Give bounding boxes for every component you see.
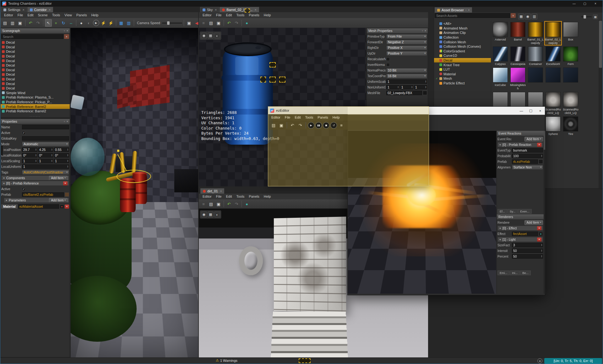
ghost-titlebar[interactable]: ez ezEditor [268, 107, 429, 114]
add-parameter-button[interactable]: Add Item [49, 198, 68, 203]
effect-asset-field[interactable]: fectAsset [512, 232, 538, 236]
scenegraph-item[interactable]: Decal [1, 86, 70, 91]
collapse-icon[interactable] [5, 199, 8, 201]
collapse-icon[interactable] [499, 227, 501, 229]
asset-type-filter[interactable]: Animated Mesh [434, 26, 491, 31]
dock-anchor-center[interactable] [269, 77, 276, 83]
event-reactions-header[interactable]: Event Reactions [497, 131, 544, 136]
transform-asset-button[interactable]: ● [243, 200, 250, 208]
asset-grid-scrollbar[interactable] [599, 20, 602, 188]
render-wireframe-button[interactable]: ◐ [85, 19, 92, 27]
effect-asset-button[interactable] [539, 232, 543, 236]
dock-anchor-top[interactable] [269, 62, 276, 67]
asset-browser-tab[interactable]: Asset Browser [435, 7, 472, 13]
probability-spinner[interactable]: 100 [512, 154, 543, 158]
prefab-asset-field[interactable]: cts/Barrel2.ezPrefab [22, 192, 64, 197]
scenegraph-item[interactable]: Decal [1, 49, 70, 54]
document-tab[interactable]: Settings [1, 7, 27, 12]
asset-item[interactable]: ScannedRock03_LQ [562, 91, 579, 115]
remove-reaction-button[interactable] [537, 143, 541, 147]
dragged-window-ghost[interactable]: ez ezEditor EditorFileEditToolsPanelsHel… [268, 106, 429, 186]
asset-type-filter[interactable]: Collection [434, 35, 491, 40]
effect-renderer-header[interactable]: [0] - Effect [497, 226, 543, 231]
minimize-button[interactable]: — [569, 0, 579, 7]
dock-tab[interactable]: Ef... [497, 209, 507, 214]
asset-type-filter[interactable]: LUT [434, 67, 491, 72]
mode-dropdown[interactable]: Automatic [22, 142, 69, 147]
menu-item[interactable]: Tools [303, 115, 315, 120]
warnings-badge[interactable]: ⚠ 1 Warnings [216, 358, 237, 362]
scale-tool-button[interactable]: ⇔ [68, 19, 74, 27]
scenegraph-item[interactable]: Decal [1, 63, 70, 68]
asset-item[interactable] [527, 67, 544, 91]
asset-type-filter[interactable]: ✓ Mesh [434, 76, 491, 81]
collapsed-panel-tab[interactable] [0, 145, 3, 155]
menu-item[interactable]: Scene [36, 13, 49, 17]
spinner-arrows-icon[interactable] [67, 148, 68, 151]
invert-normals-checkbox[interactable] [386, 63, 390, 67]
uniform-scaling-spinner[interactable]: 1 [386, 79, 427, 84]
browse-asset-button[interactable] [65, 192, 69, 197]
dock-tab[interactable]: Sy... [508, 209, 518, 214]
asset-item[interactable]: Sphere [545, 116, 562, 136]
new-document-button[interactable]: ▤ [270, 122, 277, 129]
scaling-z-spinner[interactable]: 1 [54, 159, 69, 163]
primitive-type-dropdown[interactable]: From File [386, 34, 427, 39]
scenegraph-item[interactable]: Prefab Reference: Plasma_S... [1, 95, 70, 100]
spinner-arrows-icon[interactable] [51, 154, 52, 156]
rotation-z-spinner[interactable]: 0° [54, 153, 69, 158]
thumbnail-size-slider[interactable] [581, 16, 592, 17]
undo-button[interactable]: ↶ [225, 200, 232, 208]
save-button[interactable]: ▣ [215, 200, 222, 208]
dock-icon[interactable] [64, 29, 65, 32]
snap-settings-button[interactable]: ▥ [125, 19, 132, 27]
render-mode-button[interactable]: ● [78, 19, 85, 27]
active-checkbox[interactable] [22, 131, 25, 135]
document-tab[interactable]: Corridor [27, 7, 53, 12]
redo-button[interactable]: ↷ [233, 200, 240, 208]
menu-item[interactable]: File [214, 13, 224, 17]
scrollbar-thumb[interactable] [599, 21, 602, 68]
add-renderer-button[interactable]: Add Item [524, 220, 543, 225]
dock-icon[interactable] [465, 8, 466, 12]
menu-item[interactable]: Edit [25, 13, 35, 17]
menu-item[interactable]: Tools [234, 194, 246, 199]
play-simulation-button[interactable]: ▶ [308, 122, 314, 129]
menu-item[interactable]: Edit [224, 194, 234, 199]
asset-type-filter[interactable]: ColorGradient [434, 49, 491, 54]
spinner-arrows-icon[interactable] [51, 148, 52, 151]
simulate-speed-button[interactable]: ⚡ [107, 19, 114, 27]
document-tab[interactable]: dirt_01 [200, 188, 224, 194]
scrollbar-thumb[interactable] [544, 131, 545, 150]
menu-item[interactable]: View [62, 13, 74, 17]
spinner-arrows-icon[interactable] [541, 244, 542, 246]
component-0-header[interactable]: [0] - Prefab Reference [1, 181, 69, 186]
scenegraph-item[interactable]: Prefab Reference: Barrel2 [1, 104, 70, 109]
collapse-icon[interactable] [499, 238, 501, 241]
nonuniform-z-spinner[interactable]: 1 [414, 85, 427, 89]
components-section-header[interactable]: Components Add Item [1, 175, 69, 180]
document-tab[interactable]: Barrel_02_Low... [220, 7, 259, 12]
scenegraph-search-input[interactable] [1, 34, 63, 39]
reaction-prefab-field[interactable]: rk.ezPrefab [512, 159, 538, 164]
spinner-arrows-icon[interactable] [35, 154, 36, 156]
menu-item[interactable]: Panels [316, 115, 330, 120]
percentage-spinner[interactable]: 50 [512, 254, 543, 259]
asset-item[interactable]: Barrel_01_Lowpoly [527, 21, 544, 45]
toolbar-grip-icon[interactable]: ≡ [200, 19, 207, 27]
render-mode-button[interactable]: ◐ [214, 33, 220, 39]
add-component-button[interactable]: Add Item [49, 176, 68, 180]
name-field[interactable] [22, 125, 69, 129]
menu-item[interactable]: File [283, 115, 292, 120]
dock-tab[interactable]: Be... [520, 270, 531, 275]
spinner-arrows-icon[interactable] [35, 148, 36, 151]
menu-item[interactable]: Tools [234, 13, 246, 17]
dock-anchor-left[interactable] [260, 77, 266, 83]
dock-tab[interactable]: Emi... [497, 270, 509, 275]
play-scene-button[interactable]: ▶ [93, 20, 99, 26]
position-x-spinner[interactable]: 29.7 [22, 147, 37, 152]
small-thumbs-button[interactable]: ▦ [593, 14, 598, 19]
panel-close-icon[interactable] [67, 120, 68, 123]
asset-item[interactable]: Barrel [509, 21, 526, 45]
nonuniform-x-spinner[interactable]: 1 [386, 85, 399, 89]
